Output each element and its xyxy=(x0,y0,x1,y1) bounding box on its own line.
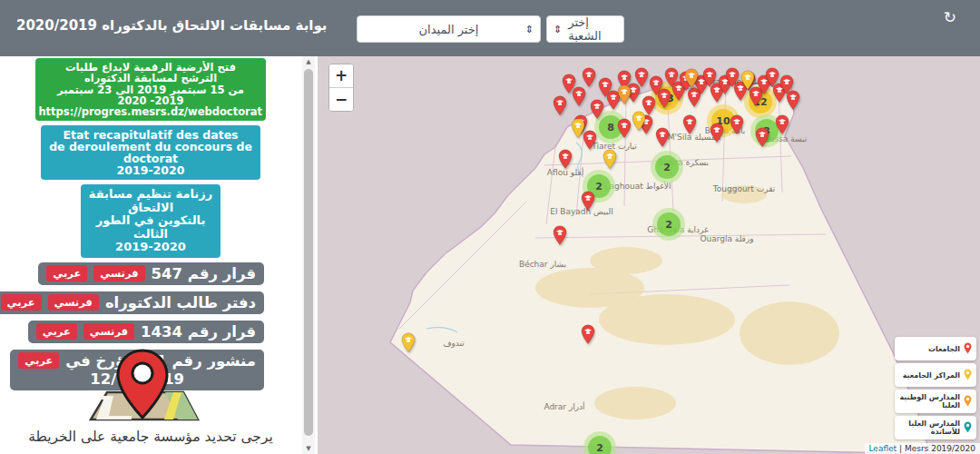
cluster-count: 2 xyxy=(655,155,679,179)
sidebar-scrollbar[interactable]: ▲ ▼ xyxy=(302,56,315,454)
marker-pin-university[interactable] xyxy=(617,118,632,139)
document-lang-button[interactable]: فرنسي xyxy=(48,294,99,311)
marker-pin-university[interactable] xyxy=(582,67,596,88)
header: بوابة مسابقات الالتحاق بالدكتوراه 2020/2… xyxy=(0,0,980,56)
legend-label: المراكز الجامعية xyxy=(903,371,960,380)
document-lang-button[interactable]: عربي xyxy=(1,294,42,311)
scroll-down-icon[interactable]: ▼ xyxy=(302,443,315,454)
cluster-count: 2 xyxy=(588,436,612,454)
document-lang-button[interactable]: فرنسي xyxy=(93,265,144,281)
marker-pin-university-center[interactable] xyxy=(401,332,416,353)
document-lang-button[interactable]: فرنسي xyxy=(83,323,134,340)
marker-pin-university[interactable] xyxy=(634,67,649,88)
select-arrows-icon: ⇕ xyxy=(525,24,534,35)
map-place-label: Touggourt تقرت xyxy=(713,184,775,193)
document-lang-button[interactable]: عربي xyxy=(36,323,77,340)
select-arrows-icon: ⇕ xyxy=(554,24,562,35)
legend-pin-icon xyxy=(964,419,972,437)
attribution-text: | Mesrs 2019/2020 xyxy=(897,444,975,453)
notice-line: رزنامة تنظيم مسابقة الالتحاق xyxy=(84,188,217,214)
marker-pin-national-school[interactable] xyxy=(684,68,699,89)
refresh-icon[interactable]: ↻ xyxy=(944,10,956,25)
doctorate-portal-app: بوابة مسابقات الالتحاق بالدكتوراه 2020/2… xyxy=(0,0,980,454)
document-row-main: قرار رقم 1434فرنسيعربي xyxy=(36,323,256,340)
marker-pin-university[interactable] xyxy=(657,88,671,109)
leaflet-link[interactable]: Leaflet xyxy=(869,444,897,453)
map-attribution: Leaflet | Mesrs 2019/2020 xyxy=(865,443,980,454)
marker-pin-university[interactable] xyxy=(682,114,697,135)
notice-teal2: رزنامة تنظيم مسابقة الالتحاقبالتكوين في … xyxy=(81,184,220,258)
marker-pin-university[interactable] xyxy=(655,127,670,148)
document-title: دفتر طالب الدكتوراه xyxy=(105,294,256,311)
leaflet-map[interactable]: Constantine قسنطينةعنابةM'Sila المسيلةBa… xyxy=(318,56,980,454)
map-legend: الجامعاتالمراكز الجامعيةالمدارس الوطنية … xyxy=(895,337,976,442)
legend-pin-icon xyxy=(964,367,972,384)
page-title: بوابة مسابقات الالتحاق بالدكتوراه 2020/2… xyxy=(16,17,327,34)
legend-item: الجامعات xyxy=(895,337,976,360)
zoom-out-button[interactable]: − xyxy=(329,88,353,111)
cluster-count: 2 xyxy=(657,212,681,236)
document-row: دفتر طالب الدكتوراهفرنسيعربي xyxy=(0,291,264,314)
map-place-label: Ouargla ورقلة xyxy=(700,234,753,243)
sidebar-content: فتح الأرضية الرقمية لايداع طلباتالترشح ل… xyxy=(0,56,301,397)
legend-pin-icon xyxy=(964,393,972,410)
notice-green: فتح الأرضية الرقمية لايداع طلباتالترشح ل… xyxy=(35,58,266,121)
document-title: قرار رقم 547 xyxy=(152,265,256,282)
legend-item: المدارس الوطنية العليا xyxy=(895,390,976,413)
marker-pin-university[interactable] xyxy=(581,324,595,345)
marker-pin-university[interactable] xyxy=(755,127,769,148)
zoom-control: + − xyxy=(328,64,354,112)
branch-select[interactable]: ⇕ إختر الشعبة xyxy=(546,15,624,43)
marker-pin-university[interactable] xyxy=(553,225,567,246)
document-row-main: قرار رقم 547فرنسيعربي xyxy=(46,265,256,282)
notice-teal1: Etat recapitulatif des datesde derouleme… xyxy=(41,125,260,180)
marker-pin-university[interactable] xyxy=(786,90,800,111)
marker-cluster[interactable]: 2 xyxy=(652,208,685,241)
map-place-label: تندوف xyxy=(443,339,465,348)
marker-pin-university[interactable] xyxy=(775,114,789,135)
zoom-in-button[interactable]: + xyxy=(329,64,353,88)
notice-line: 2019-2020 xyxy=(84,241,217,254)
marker-pin-university[interactable] xyxy=(730,114,744,135)
scrollbar-thumb[interactable] xyxy=(304,69,313,436)
marker-pin-university[interactable] xyxy=(572,86,586,107)
marker-pin-university[interactable] xyxy=(590,99,604,120)
legend-label: المدارس العليا للأساتذة xyxy=(899,419,960,436)
marker-pin-university-center[interactable] xyxy=(603,149,617,170)
document-row: قرار رقم 547فرنسيعربي xyxy=(38,262,264,285)
legend-item: المراكز الجامعية xyxy=(895,363,976,387)
marker-cluster[interactable]: 2 xyxy=(651,151,683,183)
notice-line: https://progres.mesrs.dz/webdoctorat xyxy=(39,106,262,117)
marker-pin-university[interactable] xyxy=(581,191,595,212)
marker-pin-university-center[interactable] xyxy=(632,111,646,132)
marker-pin-university[interactable] xyxy=(558,149,573,170)
map-hint-text: يرجى تحديد مؤسسة جامعية على الخريطة xyxy=(0,429,301,445)
map-place-label: Béchar بشار xyxy=(519,260,566,269)
document-row: قرار رقم 1434فرنسيعربي xyxy=(28,321,264,343)
marker-pin-university[interactable] xyxy=(710,123,724,143)
marker-pin-university[interactable] xyxy=(553,95,567,116)
document-title: قرار رقم 1434 xyxy=(141,323,256,340)
document-row-main: دفتر طالب الدكتوراهفرنسيعربي xyxy=(1,294,256,311)
legend-label: المدارس الوطنية العليا xyxy=(899,393,960,410)
notice-line: الترشح لمسابقة الدكتوراه xyxy=(39,73,262,84)
field-select[interactable]: إختر الميدان ⇕ xyxy=(357,15,541,43)
notice-line: بالتكوين في الطور الثالث xyxy=(84,214,217,241)
map-place-label: Adrar أدرار xyxy=(544,402,584,411)
notice-line: 2019-2020 xyxy=(44,164,257,176)
notice-line: من 15 سبتمبر 2019 الى 23 سبتمبر 2019- 20… xyxy=(39,84,262,107)
legend-pin-icon xyxy=(964,340,972,358)
field-select-value: إختر الميدان xyxy=(419,23,479,36)
legend-label: الجامعات xyxy=(928,345,960,353)
map-pin-illustration xyxy=(45,349,240,429)
marker-pin-university-center[interactable] xyxy=(740,70,755,91)
document-lang-button[interactable]: عربي xyxy=(46,265,87,281)
marker-pin-national-school[interactable] xyxy=(617,84,632,105)
notice-line: de deroulement du concours de doctorat xyxy=(44,141,257,164)
notices: فتح الأرضية الرقمية لايداع طلباتالترشح ل… xyxy=(0,58,301,258)
legend-item: المدارس العليا للأساتذة xyxy=(895,416,976,439)
marker-pin-university-center[interactable] xyxy=(571,118,585,139)
sidebar: فتح الأرضية الرقمية لايداع طلباتالترشح ل… xyxy=(0,56,315,454)
scroll-up-icon[interactable]: ▲ xyxy=(302,56,315,67)
branch-select-value: إختر الشعبة xyxy=(568,15,623,43)
